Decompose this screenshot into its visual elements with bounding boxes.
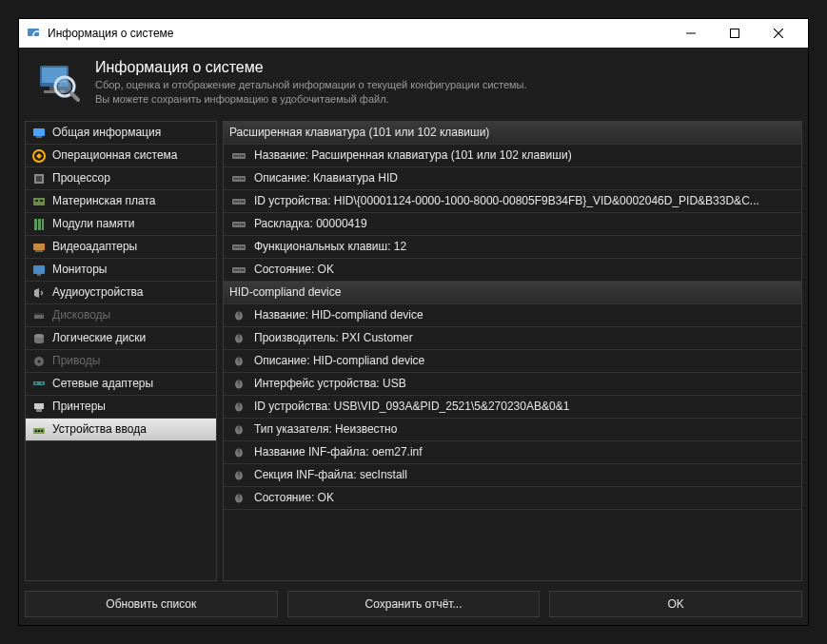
sidebar-item: Дисководы bbox=[26, 304, 216, 327]
sidebar-item[interactable]: Устройства ввода bbox=[26, 419, 216, 441]
sidebar-item-label: Видеоадаптеры bbox=[52, 240, 137, 253]
svg-rect-52 bbox=[242, 178, 245, 180]
svg-rect-20 bbox=[35, 200, 38, 202]
sidebar-item-icon bbox=[31, 148, 47, 162]
detail-text: Функциональных клавиш: 12 bbox=[254, 240, 406, 253]
svg-rect-19 bbox=[33, 198, 45, 205]
detail-text: Секция INF-файла: secInstall bbox=[254, 468, 407, 481]
sidebar-item[interactable]: Модули памяти bbox=[26, 213, 216, 236]
svg-rect-38 bbox=[36, 409, 42, 412]
keyboard-icon bbox=[231, 219, 246, 228]
svg-rect-41 bbox=[38, 430, 40, 432]
detail-row[interactable]: Название INF-файла: oem27.inf bbox=[224, 441, 801, 464]
detail-row[interactable]: Секция INF-файла: secInstall bbox=[224, 464, 801, 487]
sidebar-item-label: Сетевые адаптеры bbox=[52, 377, 153, 390]
detail-row[interactable]: ID устройства: HID\{00001124-0000-1000-8… bbox=[224, 190, 801, 213]
svg-rect-42 bbox=[41, 430, 43, 432]
svg-rect-28 bbox=[37, 274, 41, 276]
sidebar-item-label: Приводы bbox=[52, 354, 100, 367]
sidebar-item[interactable]: Операционная система bbox=[26, 145, 216, 167]
svg-rect-54 bbox=[234, 201, 236, 203]
svg-rect-14 bbox=[33, 128, 45, 136]
sidebar-item-icon bbox=[31, 308, 47, 322]
save-report-button[interactable]: Сохранить отчёт... bbox=[287, 591, 541, 617]
detail-row[interactable]: Название: Расширенная клавиатура (101 ил… bbox=[224, 145, 801, 167]
sidebar-item[interactable]: Общая информация bbox=[26, 122, 216, 145]
svg-rect-24 bbox=[42, 219, 44, 230]
detail-group-header[interactable]: HID-compliand device bbox=[224, 282, 801, 304]
minimize-button[interactable] bbox=[669, 19, 713, 48]
svg-rect-60 bbox=[237, 224, 239, 225]
titlebar-buttons bbox=[669, 19, 800, 48]
svg-rect-21 bbox=[40, 200, 43, 202]
sidebar-item-icon bbox=[31, 422, 47, 436]
app-icon bbox=[27, 26, 42, 41]
svg-rect-69 bbox=[234, 269, 236, 271]
detail-text: Производитель: PXI Customer bbox=[254, 331, 413, 344]
svg-rect-4 bbox=[731, 29, 739, 38]
sidebar-item-label: Мониторы bbox=[52, 263, 107, 276]
refresh-button[interactable]: Обновить список bbox=[25, 591, 278, 617]
detail-row[interactable]: Раскладка: 00000419 bbox=[224, 213, 801, 236]
svg-rect-46 bbox=[239, 155, 241, 157]
detail-text: Интерфейс устройства: USB bbox=[254, 377, 406, 390]
main: Общая информацияОперационная системаПроц… bbox=[19, 121, 808, 585]
sidebar-item-icon bbox=[31, 285, 47, 299]
detail-row[interactable]: Описание: HID-compliand device bbox=[224, 350, 801, 373]
svg-rect-59 bbox=[234, 224, 236, 225]
mouse-icon bbox=[231, 356, 246, 365]
svg-rect-25 bbox=[33, 244, 45, 250]
sidebar-item[interactable]: Логические диски bbox=[26, 327, 216, 350]
maximize-button[interactable] bbox=[713, 19, 757, 48]
svg-rect-37 bbox=[34, 403, 44, 409]
svg-rect-22 bbox=[34, 219, 37, 230]
svg-rect-50 bbox=[237, 178, 239, 180]
detail-group-header[interactable]: Расширенная клавиатура (101 или 102 клав… bbox=[224, 122, 801, 145]
sidebar-item[interactable]: Сетевые адаптеры bbox=[26, 373, 216, 396]
sidebar-item-icon bbox=[31, 217, 47, 230]
detail-row[interactable]: ID устройства: USB\VID_093A&PID_2521\5&2… bbox=[224, 396, 801, 419]
keyboard-icon bbox=[231, 173, 246, 183]
svg-rect-64 bbox=[234, 246, 236, 248]
detail-text: ID устройства: USB\VID_093A&PID_2521\5&2… bbox=[254, 400, 569, 413]
svg-rect-56 bbox=[239, 201, 241, 203]
sidebar-item[interactable]: Процессор bbox=[26, 167, 216, 190]
ok-button[interactable]: OK bbox=[549, 591, 802, 617]
detail-row[interactable]: Состояние: OK bbox=[224, 487, 801, 510]
content: Информация о системе Сбор, оценка и отоб… bbox=[19, 48, 808, 625]
sidebar-item[interactable]: Видеоадаптеры bbox=[26, 236, 216, 259]
svg-point-33 bbox=[38, 361, 41, 363]
detail-row[interactable]: Описание: Клавиатура HID bbox=[224, 167, 801, 190]
detail-row[interactable]: Интерфейс устройства: USB bbox=[224, 373, 801, 396]
svg-rect-44 bbox=[234, 155, 236, 157]
sidebar-item-icon bbox=[31, 171, 47, 185]
svg-rect-72 bbox=[242, 269, 245, 271]
svg-rect-34 bbox=[33, 381, 45, 385]
svg-point-12 bbox=[58, 80, 71, 93]
svg-rect-26 bbox=[35, 250, 43, 252]
keyboard-icon bbox=[231, 242, 246, 251]
sidebar-item-icon bbox=[31, 240, 47, 253]
detail-row[interactable]: Функциональных клавиш: 12 bbox=[224, 236, 801, 259]
svg-rect-47 bbox=[242, 155, 245, 157]
svg-rect-65 bbox=[237, 246, 239, 248]
sidebar-item[interactable]: Принтеры bbox=[26, 396, 216, 419]
sidebar-item-label: Устройства ввода bbox=[52, 422, 147, 436]
sidebar-item[interactable]: Аудиоустройства bbox=[26, 282, 216, 304]
svg-rect-15 bbox=[36, 136, 42, 138]
detail-row[interactable]: Название: HID-compliand device bbox=[224, 304, 801, 327]
sidebar-item[interactable]: Материнская плата bbox=[26, 190, 216, 213]
detail-text: Название INF-файла: oem27.inf bbox=[254, 445, 423, 459]
svg-rect-66 bbox=[239, 246, 241, 248]
close-button[interactable] bbox=[757, 19, 800, 48]
detail-row[interactable]: Производитель: PXI Customer bbox=[224, 327, 801, 350]
sidebar-item-icon bbox=[31, 331, 47, 344]
sidebar-item[interactable]: Мониторы bbox=[26, 259, 216, 282]
svg-rect-27 bbox=[33, 265, 45, 274]
mouse-icon bbox=[231, 424, 246, 434]
detail-row[interactable]: Тип указателя: Неизвестно bbox=[224, 419, 801, 441]
sidebar-item-icon bbox=[31, 354, 47, 367]
detail-row[interactable]: Состояние: OK bbox=[224, 259, 801, 282]
svg-rect-40 bbox=[35, 430, 37, 432]
svg-rect-71 bbox=[239, 269, 241, 271]
